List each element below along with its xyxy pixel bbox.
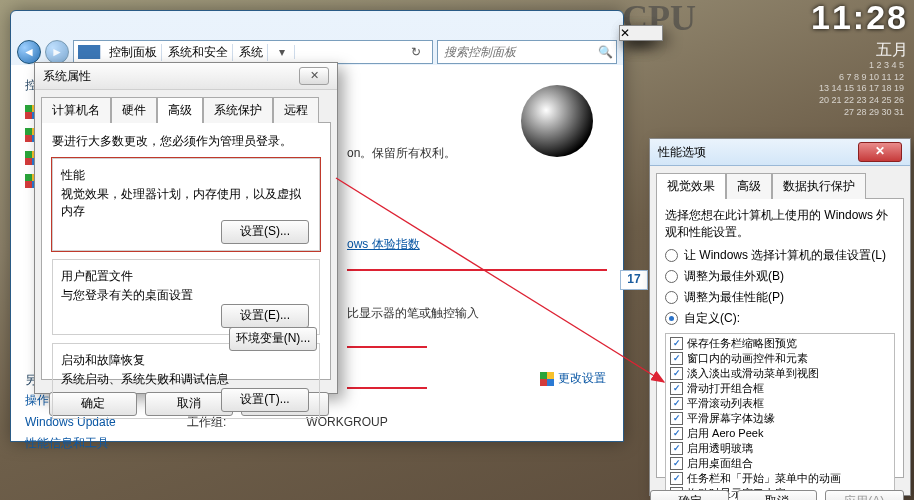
- checkbox-label: 淡入淡出或滑动菜单到视图: [687, 366, 819, 381]
- checkbox-icon: [670, 472, 683, 485]
- redacted: [347, 377, 427, 389]
- radio-option[interactable]: 自定义(C):: [665, 308, 895, 329]
- checkbox-icon: [670, 367, 683, 380]
- radio-icon: [665, 312, 678, 325]
- sidebar-item[interactable]: 性能信息和工具: [25, 432, 155, 455]
- nav-forward-button[interactable]: ►: [45, 40, 69, 64]
- system-window-titlebar[interactable]: — ▭ ✕: [11, 11, 623, 39]
- checkbox-icon: [670, 412, 683, 425]
- intro-text: 选择您想在此计算机上使用的 Windows 外观和性能设置。: [665, 207, 895, 241]
- admin-note: 要进行大多数更改，您必须作为管理员登录。: [52, 133, 320, 150]
- search-input[interactable]: [442, 44, 594, 61]
- radio-icon: [665, 270, 678, 283]
- dialog-titlebar[interactable]: 性能选项 ✕: [650, 139, 910, 166]
- tab-4[interactable]: 远程: [273, 97, 319, 123]
- checkbox-label: 启用 Aero Peek: [687, 426, 763, 441]
- dialog-title: 性能选项: [658, 144, 706, 161]
- radio-icon: [665, 249, 678, 262]
- effect-checkbox[interactable]: 平滑滚动列表框: [668, 396, 892, 411]
- tab-body-visual-effects: 选择您想在此计算机上使用的 Windows 外观和性能设置。 让 Windows…: [656, 198, 904, 478]
- radio-label: 让 Windows 选择计算机的最佳设置(L): [684, 247, 886, 264]
- pen-touch-text: 比显示器的笔或触控输入: [347, 305, 607, 322]
- change-settings-link[interactable]: 更改设置: [540, 370, 606, 387]
- checkbox-label: 启用桌面组合: [687, 456, 753, 471]
- calendar-mini: 1 2 3 4 56 7 8 9 10 11 1213 14 15 16 17 …: [819, 60, 904, 118]
- computer-icon: [78, 45, 101, 59]
- close-button[interactable]: ✕: [858, 142, 902, 162]
- effect-checkbox[interactable]: 滑动打开组合框: [668, 381, 892, 396]
- chevron-down-icon[interactable]: ▾: [270, 45, 295, 59]
- shield-icon: [540, 372, 554, 386]
- effect-checkbox[interactable]: 启用 Aero Peek: [668, 426, 892, 441]
- userprofile-settings-button[interactable]: 设置(E)...: [221, 304, 309, 328]
- tab-0[interactable]: 计算机名: [41, 97, 111, 123]
- effect-checkbox[interactable]: 启用桌面组合: [668, 456, 892, 471]
- performance-group: 性能 视觉效果，处理器计划，内存使用，以及虚拟内存 设置(S)...: [52, 158, 320, 251]
- performance-options-dialog: 性能选项 ✕ 视觉效果高级数据执行保护 选择您想在此计算机上使用的 Window…: [649, 138, 911, 496]
- checkbox-label: 保存任务栏缩略图预览: [687, 336, 797, 351]
- clock-gadget: 11:28 五月 1 2 3 4 56 7 8 9 10 11 1213 14 …: [778, 0, 908, 130]
- checkbox-label: 平滑滚动列表框: [687, 396, 764, 411]
- radio-label: 调整为最佳性能(P): [684, 289, 784, 306]
- tabs: 计算机名硬件高级系统保护远程: [35, 90, 337, 122]
- tab-1[interactable]: 高级: [726, 173, 772, 199]
- close-button[interactable]: ✕: [299, 67, 329, 85]
- effects-checklist[interactable]: 保存任务栏缩略图预览窗口内的动画控件和元素淡入淡出或滑动菜单到视图滑动打开组合框…: [665, 333, 895, 500]
- group-title: 启动和故障恢复: [61, 352, 311, 369]
- cancel-button[interactable]: 取消: [737, 490, 816, 500]
- checkbox-label: 滑动打开组合框: [687, 381, 764, 396]
- crumb[interactable]: 系统: [235, 44, 268, 61]
- userprofile-group: 用户配置文件 与您登录有关的桌面设置 设置(E)...: [52, 259, 320, 335]
- checkbox-icon: [670, 397, 683, 410]
- group-title: 用户配置文件: [61, 268, 311, 285]
- radio-label: 调整为最佳外观(B): [684, 268, 784, 285]
- tab-2[interactable]: 数据执行保护: [772, 173, 866, 199]
- tab-1[interactable]: 硬件: [111, 97, 157, 123]
- radio-option[interactable]: 调整为最佳性能(P): [665, 287, 895, 308]
- checkbox-label: 窗口内的动画控件和元素: [687, 351, 808, 366]
- clock-time: 11:28: [778, 0, 908, 34]
- performance-settings-button[interactable]: 设置(S)...: [221, 220, 309, 244]
- tab-2[interactable]: 高级: [157, 97, 203, 123]
- checkbox-label: 平滑屏幕字体边缘: [687, 411, 775, 426]
- group-text: 系统启动、系统失败和调试信息: [61, 371, 311, 388]
- group-text: 与您登录有关的桌面设置: [61, 287, 311, 304]
- startup-settings-button[interactable]: 设置(T)...: [221, 388, 309, 412]
- apply-button[interactable]: 应用(A): [825, 490, 904, 500]
- search-icon[interactable]: 🔍: [598, 45, 613, 59]
- effect-checkbox[interactable]: 窗口内的动画控件和元素: [668, 351, 892, 366]
- search-box[interactable]: 🔍: [437, 40, 617, 64]
- tab-0[interactable]: 视觉效果: [656, 173, 726, 199]
- ok-button[interactable]: 确定: [650, 490, 729, 500]
- checkbox-icon: [670, 457, 683, 470]
- effect-checkbox[interactable]: 淡入淡出或滑动菜单到视图: [668, 366, 892, 381]
- clock-month: 五月: [778, 40, 908, 59]
- refresh-icon[interactable]: ↻: [404, 45, 428, 59]
- breadcrumb[interactable]: 控制面板 系统和安全 系统 ▾ ↻: [73, 40, 433, 64]
- checkbox-icon: [670, 442, 683, 455]
- nav-back-button[interactable]: ◄: [17, 40, 41, 64]
- tab-3[interactable]: 系统保护: [203, 97, 273, 123]
- effect-checkbox[interactable]: 启用透明玻璃: [668, 441, 892, 456]
- redacted: [347, 336, 427, 348]
- experience-index-link[interactable]: ows 体验指数: [347, 236, 607, 253]
- checkbox-label: 任务栏和「开始」菜单中的动画: [687, 471, 841, 486]
- windows-logo-icon: [521, 85, 593, 157]
- radio-icon: [665, 291, 678, 304]
- crumb[interactable]: 控制面板: [105, 44, 162, 61]
- env-vars-button[interactable]: 环境变量(N)...: [229, 327, 317, 351]
- effect-checkbox[interactable]: 保存任务栏缩略图预览: [668, 336, 892, 351]
- checkbox-icon: [670, 382, 683, 395]
- tabs: 视觉效果高级数据执行保护: [650, 166, 910, 198]
- checkbox-icon: [670, 337, 683, 350]
- radio-option[interactable]: 让 Windows 选择计算机的最佳设置(L): [665, 245, 895, 266]
- checkbox-icon: [670, 427, 683, 440]
- checkbox-icon: [670, 352, 683, 365]
- redacted: [347, 259, 607, 271]
- crumb[interactable]: 系统和安全: [164, 44, 233, 61]
- radio-option[interactable]: 调整为最佳外观(B): [665, 266, 895, 287]
- close-button[interactable]: ✕: [619, 25, 663, 41]
- effect-checkbox[interactable]: 平滑屏幕字体边缘: [668, 411, 892, 426]
- dialog-title: 系统属性: [43, 68, 91, 85]
- dialog-titlebar[interactable]: 系统属性 ✕: [35, 63, 337, 90]
